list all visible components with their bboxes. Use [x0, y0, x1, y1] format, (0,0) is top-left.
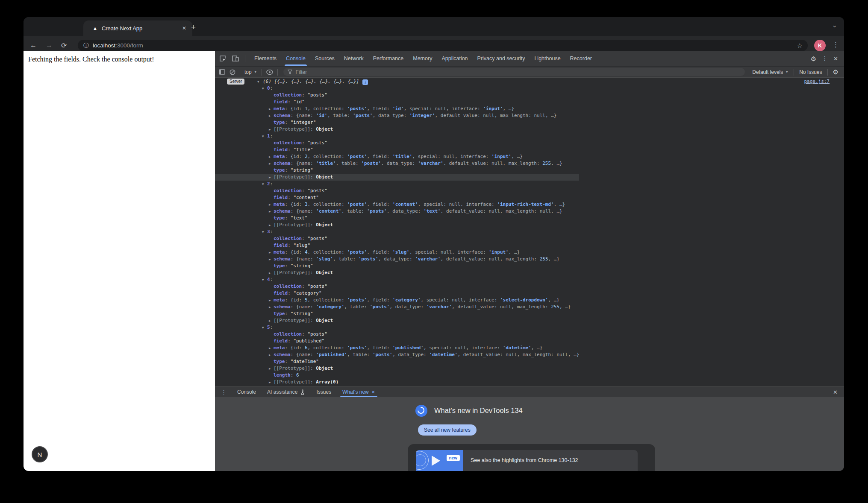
- devtools-tab-sources[interactable]: Sources: [310, 51, 339, 66]
- drawer-menu-icon[interactable]: ⋮: [215, 389, 232, 395]
- tree-collapsed-icon[interactable]: ▸: [269, 351, 271, 358]
- chevron-down-icon: ▼: [785, 70, 789, 74]
- console-output: Server page.js:7 ▾(6) [{…}, {…}, {…}, {……: [215, 78, 844, 386]
- console-row: field: "slug": [215, 242, 844, 249]
- devtools-tabbar: ElementsConsoleSourcesNetworkPerformance…: [215, 51, 844, 66]
- play-icon: [432, 456, 440, 466]
- console-row: ▸meta: {id: 3, collection: 'posts', fiel…: [215, 201, 844, 208]
- tree-collapsed-icon[interactable]: ▸: [269, 317, 271, 324]
- tree-collapsed-icon[interactable]: ▸: [269, 208, 271, 215]
- console-row: field: "published": [215, 338, 844, 345]
- devtools-tab-performance[interactable]: Performance: [368, 51, 409, 66]
- nextjs-favicon-icon: ▲: [93, 26, 97, 31]
- tree-expanded-icon[interactable]: ▾: [262, 228, 264, 235]
- tree-collapsed-icon[interactable]: ▸: [269, 112, 271, 119]
- tree-collapsed-icon[interactable]: ▸: [269, 345, 271, 351]
- browser-menu-icon[interactable]: ⋮: [833, 41, 839, 49]
- site-info-icon[interactable]: ⓘ: [83, 42, 89, 50]
- devtools-tab-privacy-and-security[interactable]: Privacy and security: [473, 51, 530, 66]
- console-row: ▸schema: {name: 'id', table: 'posts', da…: [215, 112, 844, 119]
- profile-avatar[interactable]: K: [814, 40, 826, 51]
- drawer-tab-console[interactable]: Console: [232, 387, 262, 397]
- devtools-tab-elements[interactable]: Elements: [250, 51, 281, 66]
- bookmark-star-icon[interactable]: ☆: [797, 42, 803, 50]
- browser-tab[interactable]: ▲ Create Next App ✕: [83, 20, 192, 36]
- desktop-background: ▲ Create Next App ✕ + ⌄ ← → ⟳ ⓘ localhos…: [0, 0, 868, 503]
- live-expression-eye-icon[interactable]: [266, 70, 273, 75]
- tree-collapsed-icon[interactable]: ▸: [269, 174, 271, 181]
- console-row: ▸[[Prototype]]: Object: [215, 317, 844, 324]
- tree-collapsed-icon[interactable]: ▸: [269, 105, 271, 112]
- tree-collapsed-icon[interactable]: ▸: [269, 222, 271, 228]
- devtools-settings-gear-icon[interactable]: ⚙: [811, 56, 816, 62]
- issues-counter[interactable]: No Issues: [799, 69, 822, 75]
- drawer-tab-ai-assistance[interactable]: AI assistance: [262, 387, 311, 397]
- tree-collapsed-icon[interactable]: ▸: [269, 379, 271, 386]
- console-row: ▸[[Prototype]]: Object: [215, 269, 844, 276]
- devtools-tab-lighthouse[interactable]: Lighthouse: [530, 51, 565, 66]
- tree-collapsed-icon[interactable]: ▸: [269, 269, 271, 276]
- javascript-context-selector[interactable]: top ▼: [244, 69, 257, 75]
- device-toolbar-icon[interactable]: [232, 56, 239, 61]
- drawer-tab-issues[interactable]: Issues: [311, 387, 337, 397]
- console-toolbar: top ▼ Filter: [215, 67, 844, 78]
- devtools-tab-console[interactable]: Console: [281, 51, 310, 66]
- tree-collapsed-icon[interactable]: ▸: [269, 153, 271, 160]
- tree-expanded-icon[interactable]: ▾: [262, 85, 264, 92]
- drawer-tab-what-s-new[interactable]: What's new ✕: [337, 387, 381, 397]
- tab-close-icon[interactable]: ✕: [182, 25, 186, 31]
- tree-expanded-icon[interactable]: ▾: [257, 78, 259, 85]
- url-bar[interactable]: ⓘ localhost:3000/form ☆: [78, 40, 808, 51]
- console-row: collection: "posts": [215, 235, 844, 242]
- drawer-tabbar: ⋮ ConsoleAI assistanceIssuesWhat's new ✕…: [215, 386, 844, 397]
- divider: [277, 69, 278, 76]
- console-info-badge: i: [362, 79, 368, 85]
- clear-console-icon[interactable]: [230, 69, 235, 75]
- tree-expanded-icon[interactable]: ▾: [262, 276, 264, 283]
- tab-strip: ▲ Create Next App ✕ + ⌄: [24, 17, 844, 36]
- console-toolbar-right: Default levels ▼ No Issues ⚙: [752, 69, 844, 76]
- console-settings-gear-icon[interactable]: ⚙: [833, 69, 839, 75]
- inspect-element-icon[interactable]: [219, 55, 226, 62]
- tree-expanded-icon[interactable]: ▾: [262, 324, 264, 331]
- devtools-more-icon[interactable]: ⋮: [822, 55, 828, 62]
- drawer-tab-close-icon[interactable]: ✕: [371, 389, 375, 395]
- new-tab-button[interactable]: +: [191, 23, 196, 31]
- console-row: type: "string": [215, 263, 844, 269]
- devtools-left-icons: [215, 55, 250, 62]
- flask-icon: [300, 389, 305, 395]
- tree-expanded-icon[interactable]: ▾: [262, 133, 264, 140]
- tree-collapsed-icon[interactable]: ▸: [269, 365, 271, 372]
- console-row: ▸schema: {name: 'category', table: 'post…: [215, 304, 844, 310]
- devtools-close-icon[interactable]: ✕: [833, 56, 838, 62]
- context-label: top: [244, 69, 252, 75]
- drawer-close-icon[interactable]: ✕: [833, 389, 844, 395]
- console-row: ▾5:: [215, 324, 844, 331]
- tree-collapsed-icon[interactable]: ▸: [269, 249, 271, 256]
- tree-collapsed-icon[interactable]: ▸: [269, 297, 271, 304]
- highlights-text: See also the highlights from Chrome 130-…: [463, 450, 638, 471]
- devtools-tab-application[interactable]: Application: [437, 51, 472, 66]
- console-row: field: "category": [215, 290, 844, 297]
- devtools-tab-memory[interactable]: Memory: [408, 51, 437, 66]
- log-levels-dropdown[interactable]: Default levels ▼: [752, 69, 789, 75]
- tree-collapsed-icon[interactable]: ▸: [269, 256, 271, 263]
- devtools-tab-recorder[interactable]: Recorder: [565, 51, 597, 66]
- highlights-row[interactable]: new See also the highlights from Chrome …: [416, 450, 638, 471]
- tab-search-chevron-icon[interactable]: ⌄: [832, 21, 837, 29]
- console-row: length: 6: [215, 372, 844, 379]
- forward-icon[interactable]: →: [46, 41, 53, 49]
- nextjs-devtools-button[interactable]: N: [32, 446, 48, 462]
- see-all-features-button[interactable]: See all new features: [418, 424, 477, 436]
- tree-expanded-icon[interactable]: ▾: [262, 181, 264, 187]
- console-sidebar-icon[interactable]: [219, 69, 225, 75]
- tree-collapsed-icon[interactable]: ▸: [269, 304, 271, 310]
- tree-collapsed-icon[interactable]: ▸: [269, 201, 271, 208]
- tree-collapsed-icon[interactable]: ▸: [269, 126, 271, 133]
- reload-icon[interactable]: ⟳: [61, 41, 67, 50]
- devtools-tab-network[interactable]: Network: [339, 51, 368, 66]
- console-filter-input[interactable]: Filter: [283, 68, 745, 76]
- console-row: collection: "posts": [215, 187, 844, 194]
- back-icon[interactable]: ←: [30, 41, 37, 49]
- tree-collapsed-icon[interactable]: ▸: [269, 160, 271, 167]
